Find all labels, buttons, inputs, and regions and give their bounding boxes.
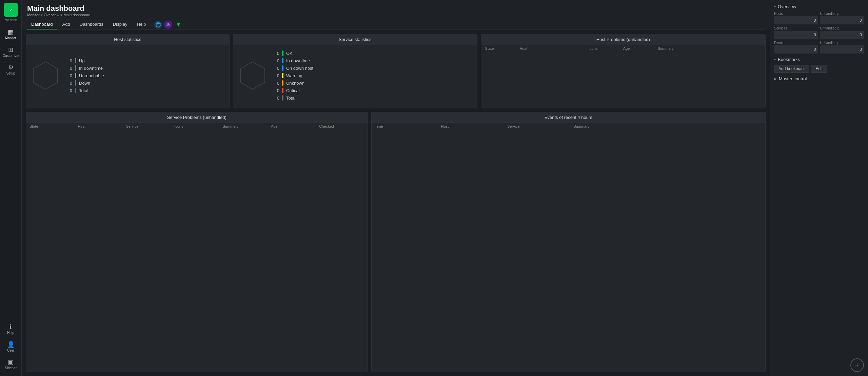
- overview-unhandled-services-bar[interactable]: 0: [820, 31, 864, 39]
- nav-item-user[interactable]: 👤 User: [0, 338, 21, 356]
- svc-col-service: Service: [126, 124, 171, 128]
- nav-item-sidebar[interactable]: ▣ Sidebar: [0, 356, 21, 373]
- customize-icon: ⊞: [8, 47, 13, 53]
- overview-collapse-arrow: ▾: [774, 5, 776, 8]
- nav-label-customize: Customize: [3, 54, 19, 58]
- menu-item-dashboards[interactable]: Dashboards: [76, 20, 107, 29]
- main-area: Main dashboard Monitor > Overview > Main…: [22, 0, 770, 376]
- stat-label-unreachable: Unreachable: [79, 73, 104, 78]
- stat-row-total-hosts[interactable]: 0 Total: [67, 88, 225, 93]
- stat-row-on-down-host[interactable]: 0 On down host: [275, 65, 473, 71]
- overview-services-bar[interactable]: 0: [774, 31, 818, 39]
- globe-icon-btn[interactable]: 🌐: [154, 21, 162, 29]
- service-problems-title: Service Problems (unhandled): [26, 112, 368, 123]
- events-title: Events of recent 4 hours: [372, 112, 765, 123]
- stat-indicator-ok: [282, 50, 283, 56]
- host-stats-hexagon: [30, 60, 61, 91]
- service-problems-empty: [26, 130, 368, 137]
- overview-grid: Hosts 0 Unhandled p. 0 Services 0 Unhand…: [774, 12, 864, 54]
- menu-item-help[interactable]: Help: [133, 20, 150, 29]
- nav-item-monitor[interactable]: ▦ Monitor: [0, 26, 21, 43]
- overview-unhandled-events-value: 0: [860, 47, 862, 52]
- right-sidebar: ▾ Overview Hosts 0 Unhandled p. 0 Servic…: [770, 0, 868, 376]
- bookmarks-collapse-arrow: ▾: [774, 58, 776, 61]
- stat-indicator-on-down-host: [282, 65, 283, 71]
- stat-indicator-down: [75, 80, 76, 86]
- stat-row-unreachable[interactable]: 0 Unreachable: [67, 73, 225, 78]
- overview-hosts-bar[interactable]: 0: [774, 16, 818, 24]
- stat-count-warning: 0: [275, 73, 279, 78]
- overview-title-label: Overview: [778, 4, 796, 9]
- ev-col-time: Time: [375, 124, 438, 128]
- stat-label-unknown: Unknown: [286, 81, 304, 86]
- app-logo[interactable]: ✓: [4, 3, 18, 17]
- overview-section-title[interactable]: ▾ Overview: [774, 4, 864, 9]
- events-table-header: Time Host Service Summary: [372, 123, 765, 130]
- stat-row-warning[interactable]: 0 Warning: [275, 73, 473, 78]
- overview-unhandled-hosts-value: 0: [860, 18, 862, 23]
- monitor-icon: ▦: [8, 29, 14, 35]
- nav-label-help: Help: [7, 331, 14, 335]
- stat-row-unknown[interactable]: 0 Unknown: [275, 80, 473, 86]
- add-bookmark-button[interactable]: Add bookmark: [774, 65, 809, 73]
- host-problems-col-age: Age: [623, 46, 658, 50]
- host-problems-title: Host Problems (unhandled): [481, 34, 765, 45]
- overview-events-item: Events 0: [774, 41, 818, 54]
- overview-hosts-item: Hosts 0: [774, 12, 818, 24]
- nav-item-setup[interactable]: ⚙ Setup: [0, 61, 21, 79]
- master-control-section: ▶ Master control: [774, 76, 864, 81]
- stat-label-down: Down: [79, 81, 90, 86]
- service-statistics-widget: Service statistics 0 OK 0: [233, 34, 477, 108]
- stat-count-critical: 0: [275, 88, 279, 93]
- host-statistics-title: Host statistics: [26, 34, 229, 45]
- filter-icon-btn[interactable]: ▼: [174, 21, 182, 29]
- stat-count-total-svc: 0: [275, 96, 279, 101]
- host-problems-col-host: Host: [519, 46, 589, 50]
- stat-row-ok[interactable]: 0 OK: [275, 50, 473, 56]
- stat-row-indowntime[interactable]: 0 In downtime: [67, 65, 225, 71]
- stat-indicator-total-svc: [282, 95, 283, 101]
- host-statistics-widget: Host statistics 0 Up 0: [26, 34, 230, 108]
- stat-indicator-warning: [282, 73, 283, 78]
- overview-unhandled-hosts-bar[interactable]: 0: [820, 16, 864, 24]
- stat-row-down[interactable]: 0 Down: [67, 80, 225, 86]
- overview-unhandled-hosts-label: Unhandled p.: [820, 12, 864, 16]
- stat-row-critical[interactable]: 0 Critical: [275, 88, 473, 93]
- overview-unhandled-events-label: Unhandled p.: [820, 41, 864, 45]
- stat-count-down: 0: [67, 81, 72, 86]
- overview-unhandled-services-item: Unhandled p. 0: [820, 26, 864, 39]
- nav-item-customize[interactable]: ⊞ Customize: [0, 43, 21, 61]
- stat-count-on-down-host: 0: [275, 66, 279, 71]
- overview-events-bar[interactable]: 0: [774, 45, 818, 54]
- service-statistics-body: 0 OK 0 In downtime 0 On down host: [233, 45, 477, 106]
- menu-item-add[interactable]: Add: [58, 20, 74, 29]
- master-control-title[interactable]: ▶ Master control: [774, 76, 864, 81]
- stat-count-total-hosts: 0: [67, 88, 72, 93]
- nav-label-setup: Setup: [6, 71, 15, 75]
- overview-hosts-label: Hosts: [774, 12, 818, 16]
- stat-row-svc-indowntime[interactable]: 0 In downtime: [275, 58, 473, 63]
- stat-indicator-indowntime: [75, 65, 76, 71]
- stat-indicator-critical: [282, 88, 283, 93]
- stat-count-up: 0: [67, 58, 72, 63]
- snowflake-icon-btn[interactable]: ❄: [164, 21, 172, 29]
- top-menu: Dashboard Add Dashboards Display Help 🌐 …: [27, 20, 764, 30]
- nav-label-sidebar: Sidebar: [5, 366, 16, 370]
- events-widget: Events of recent 4 hours Time Host Servi…: [371, 112, 766, 372]
- host-problems-col-icons: Icons: [589, 46, 623, 50]
- menu-item-dashboard[interactable]: Dashboard: [27, 20, 57, 29]
- host-stats-list: 0 Up 0 In downtime 0 Unreachable: [67, 58, 225, 93]
- stat-row-total-svc[interactable]: 0 Total: [275, 95, 473, 101]
- stat-indicator-unreachable: [75, 73, 76, 78]
- menu-item-display[interactable]: Display: [109, 20, 132, 29]
- bottom-widgets-row: Service Problems (unhandled) State Host …: [26, 112, 766, 372]
- setup-icon: ⚙: [8, 64, 14, 70]
- overview-unhandled-events-bar[interactable]: 0: [820, 45, 864, 54]
- host-problems-empty: [481, 52, 765, 59]
- nav-item-help[interactable]: ℹ Help: [0, 320, 21, 338]
- bookmarks-section-title[interactable]: ▾ Bookmarks: [774, 57, 864, 62]
- stat-row-up[interactable]: 0 Up: [67, 58, 225, 63]
- add-widget-button[interactable]: +: [850, 358, 864, 372]
- svc-col-age: Age: [271, 124, 316, 128]
- edit-bookmark-button[interactable]: Edit: [811, 65, 827, 73]
